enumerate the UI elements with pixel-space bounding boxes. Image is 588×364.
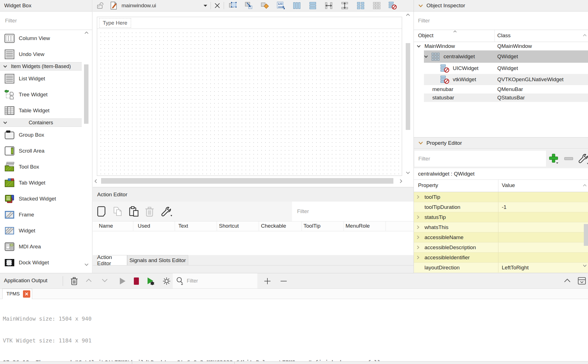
tree-row-uicwidget[interactable]: UICWidget QWidget [414, 63, 588, 74]
tab-tpms[interactable]: TPMS ✕ [2, 289, 32, 299]
scroll-up-icon[interactable] [583, 34, 587, 37]
menu-type-here[interactable]: Type Here [99, 18, 131, 28]
widget-box-item-undo-view[interactable]: Undo View [0, 46, 82, 62]
output-panel-title[interactable]: Application Output [4, 277, 47, 284]
canvas-horizontal-scrollbar[interactable] [94, 177, 403, 185]
property-row-accessibledescription[interactable]: accessibleDescription [414, 242, 588, 253]
widget-box-item-frame[interactable]: Frame [0, 207, 82, 223]
tree-row-mainwindow[interactable]: MainWindow QMainWindow [414, 42, 588, 50]
chevron-down-icon[interactable] [417, 45, 421, 48]
run-icon[interactable] [118, 276, 127, 286]
column-header-checkable[interactable]: Checkable [261, 223, 286, 229]
tab-signals-and-slots-editor[interactable]: Signals and Slots Editor [127, 255, 188, 265]
paste-action-icon[interactable] [128, 206, 140, 217]
tree-row-menubar[interactable]: menubar QMenuBar [414, 85, 588, 94]
zoom-in-icon[interactable] [263, 276, 272, 286]
scroll-up-icon[interactable] [406, 13, 410, 16]
widget-box-item-tree-widget[interactable]: Tree Widget [0, 87, 82, 102]
object-inspector-filter-input[interactable] [418, 18, 584, 24]
scrollbar-thumb[interactable] [406, 43, 410, 130]
collapse-panel-icon[interactable] [563, 278, 573, 288]
zoom-out-icon[interactable] [279, 276, 288, 286]
chevron-right-icon[interactable] [417, 245, 419, 249]
chevron-right-icon[interactable] [417, 255, 419, 260]
widget-box-section-containers[interactable]: Containers [0, 118, 82, 127]
scroll-down-icon[interactable] [583, 264, 587, 267]
layout-horizontal-icon[interactable] [293, 1, 301, 10]
widget-box-filter-input[interactable] [5, 18, 87, 24]
column-header-value[interactable]: Value [502, 182, 515, 188]
edit-signals-slots-icon[interactable] [245, 1, 253, 10]
widget-box-section-item-widgets[interactable]: Item Widgets (Item-Based) [0, 62, 82, 71]
widget-box-scrollbar[interactable] [82, 30, 91, 271]
layout-vertical-splitter-icon[interactable] [340, 1, 349, 10]
widget-box-item-mdi-area[interactable]: MDI Area [0, 239, 82, 255]
column-header-tooltip[interactable]: ToolTip [304, 223, 321, 229]
tree-row-centralwidget[interactable]: centralwidget QWidget [414, 50, 588, 63]
split-panel-icon[interactable] [577, 277, 587, 286]
chevron-right-icon[interactable] [417, 195, 419, 199]
widget-box-item-stacked-widget[interactable]: Stacked Widget [0, 191, 82, 207]
designed-main-window[interactable]: Type Here [97, 17, 402, 176]
object-inspector-header[interactable]: Object Inspector [414, 0, 588, 11]
add-dynamic-property-icon[interactable] [548, 153, 559, 165]
layout-form-icon[interactable] [356, 1, 365, 10]
widget-box-item-table-widget[interactable]: Table Widget [0, 102, 82, 118]
column-header-text[interactable]: Text [178, 223, 188, 229]
property-row-statustip[interactable]: statusTip [414, 212, 588, 222]
property-row-whatsthis[interactable]: whatsThis [414, 222, 588, 232]
widget-box-item-list-widget[interactable]: List Widget [0, 71, 82, 87]
widget-box-item-scroll-area[interactable]: Scroll Area [0, 143, 82, 159]
property-editor-filter-input[interactable] [418, 156, 546, 162]
form-grid-canvas[interactable] [97, 29, 402, 176]
layout-grid-icon[interactable] [372, 1, 381, 10]
widget-box-item-group-box[interactable]: Group Box [0, 127, 82, 143]
layout-horizontal-splitter-icon[interactable] [325, 1, 333, 10]
scroll-down-icon[interactable] [406, 171, 410, 174]
configure-action-icon[interactable] [160, 206, 172, 217]
delete-action-icon[interactable] [144, 206, 155, 217]
new-action-icon[interactable] [96, 206, 108, 217]
property-value[interactable]: LeftToRight [502, 265, 529, 271]
output-filter-input[interactable] [187, 278, 257, 284]
tree-row-vtkwidget[interactable]: vtkWidget QVTKOpenGLNativeWidget [414, 74, 588, 85]
column-header-menurole[interactable]: MenuRole [346, 223, 370, 229]
scrollbar-thumb[interactable] [584, 224, 588, 246]
widget-box-item-column-view[interactable]: Column View [0, 30, 82, 46]
edit-tab-order-icon[interactable]: 123 [277, 1, 285, 10]
scroll-up-icon[interactable] [583, 184, 587, 187]
column-header-property[interactable]: Property [418, 182, 438, 188]
close-document-icon[interactable] [214, 2, 221, 9]
property-row-accessibleidentifier[interactable]: accessibleIdentifier [414, 253, 588, 263]
scroll-down-icon[interactable] [84, 263, 89, 266]
settings-gear-icon[interactable] [162, 276, 171, 286]
property-editor-header[interactable]: Property Editor [414, 137, 588, 149]
action-editor-filter-input[interactable] [297, 208, 414, 214]
column-header-name[interactable]: Name [99, 223, 113, 229]
scroll-left-icon[interactable] [94, 179, 97, 183]
copy-action-icon[interactable] [112, 206, 123, 217]
edit-widgets-icon[interactable] [229, 1, 237, 10]
close-tab-icon[interactable]: ✕ [23, 290, 30, 298]
chevron-down-icon[interactable] [424, 55, 428, 58]
widget-box-item-dock-widget[interactable]: Dock Widget [0, 255, 82, 270]
scrollbar-thumb[interactable] [101, 178, 393, 184]
column-header-used[interactable]: Used [138, 223, 150, 229]
scroll-output-up-icon[interactable] [85, 278, 95, 288]
property-row-tooltipduration[interactable]: toolTipDuration -1 [414, 202, 588, 212]
property-row-accessiblename[interactable]: accessibleName [414, 232, 588, 242]
property-row-layoutdirection[interactable]: layoutDirection LeftToRight [414, 263, 588, 273]
configure-property-editor-icon[interactable] [577, 153, 588, 165]
dropdown-caret-icon[interactable] [203, 4, 207, 7]
open-file-name[interactable]: mainwindow.ui [122, 3, 203, 9]
chevron-right-icon[interactable] [417, 225, 419, 229]
unlock-icon[interactable] [97, 2, 104, 10]
scroll-output-down-icon[interactable] [101, 278, 111, 288]
column-header-shortcut[interactable]: Shortcut [219, 223, 239, 229]
widget-box-item-widget[interactable]: Widget [0, 223, 82, 239]
column-header-object[interactable]: Object [418, 32, 433, 39]
clear-output-icon[interactable] [69, 276, 79, 286]
column-header-class[interactable]: Class [497, 32, 511, 39]
property-value[interactable]: -1 [502, 204, 507, 210]
action-editor-table-body[interactable] [93, 231, 414, 255]
